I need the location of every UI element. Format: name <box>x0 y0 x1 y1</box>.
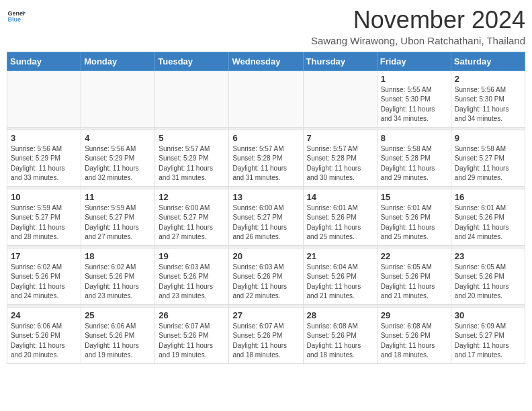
calendar-cell: 11Sunrise: 5:59 AM Sunset: 5:27 PM Dayli… <box>81 189 155 245</box>
day-info: Sunrise: 5:57 AM Sunset: 5:29 PM Dayligh… <box>159 144 225 183</box>
day-number: 19 <box>159 251 225 261</box>
week-row-1: 1Sunrise: 5:55 AM Sunset: 5:30 PM Daylig… <box>7 71 525 127</box>
day-number: 21 <box>307 251 373 261</box>
calendar-cell: 30Sunrise: 6:09 AM Sunset: 5:27 PM Dayli… <box>451 307 525 363</box>
day-number: 27 <box>232 310 299 320</box>
day-number: 6 <box>232 133 299 143</box>
day-info: Sunrise: 6:08 AM Sunset: 5:26 PM Dayligh… <box>381 322 447 361</box>
day-info: Sunrise: 6:07 AM Sunset: 5:26 PM Dayligh… <box>159 322 225 361</box>
title-block: November 2024 Sawang Wirawong, Ubon Ratc… <box>311 7 525 46</box>
week-row-3: 10Sunrise: 5:59 AM Sunset: 5:27 PM Dayli… <box>7 189 525 245</box>
calendar-cell <box>155 71 229 127</box>
calendar-table: SundayMondayTuesdayWednesdayThursdayFrid… <box>7 52 525 364</box>
calendar-cell: 8Sunrise: 5:58 AM Sunset: 5:28 PM Daylig… <box>377 130 451 186</box>
calendar-cell: 14Sunrise: 6:01 AM Sunset: 5:26 PM Dayli… <box>303 189 377 245</box>
day-info: Sunrise: 6:00 AM Sunset: 5:27 PM Dayligh… <box>232 203 299 242</box>
day-number: 11 <box>85 192 151 202</box>
day-info: Sunrise: 6:03 AM Sunset: 5:26 PM Dayligh… <box>159 263 225 302</box>
weekday-header-wednesday: Wednesday <box>229 52 303 71</box>
day-info: Sunrise: 5:57 AM Sunset: 5:28 PM Dayligh… <box>307 144 373 183</box>
day-info: Sunrise: 5:56 AM Sunset: 5:29 PM Dayligh… <box>85 144 151 183</box>
week-row-5: 24Sunrise: 6:06 AM Sunset: 5:26 PM Dayli… <box>7 307 525 363</box>
calendar-cell: 15Sunrise: 6:01 AM Sunset: 5:26 PM Dayli… <box>377 189 451 245</box>
calendar-cell: 18Sunrise: 6:02 AM Sunset: 5:26 PM Dayli… <box>81 248 155 304</box>
week-row-2: 3Sunrise: 5:56 AM Sunset: 5:29 PM Daylig… <box>7 130 525 186</box>
calendar-cell: 9Sunrise: 5:58 AM Sunset: 5:27 PM Daylig… <box>451 130 525 186</box>
day-number: 15 <box>381 192 447 202</box>
day-info: Sunrise: 6:07 AM Sunset: 5:26 PM Dayligh… <box>232 322 299 361</box>
day-number: 22 <box>381 251 447 261</box>
calendar-cell: 13Sunrise: 6:00 AM Sunset: 5:27 PM Dayli… <box>229 189 303 245</box>
calendar-cell: 23Sunrise: 6:05 AM Sunset: 5:26 PM Dayli… <box>451 248 525 304</box>
calendar-cell: 1Sunrise: 5:55 AM Sunset: 5:30 PM Daylig… <box>377 71 451 127</box>
day-info: Sunrise: 5:57 AM Sunset: 5:28 PM Dayligh… <box>232 144 299 183</box>
logo: General Blue <box>7 7 26 26</box>
calendar-cell: 25Sunrise: 6:06 AM Sunset: 5:26 PM Dayli… <box>81 307 155 363</box>
day-number: 2 <box>455 74 521 84</box>
calendar-cell <box>229 71 303 127</box>
day-number: 30 <box>455 310 521 320</box>
day-number: 4 <box>85 133 151 143</box>
calendar-cell: 4Sunrise: 5:56 AM Sunset: 5:29 PM Daylig… <box>81 130 155 186</box>
calendar-cell <box>303 71 377 127</box>
day-number: 13 <box>232 192 299 202</box>
day-info: Sunrise: 5:58 AM Sunset: 5:27 PM Dayligh… <box>455 144 521 183</box>
location-subtitle: Sawang Wirawong, Ubon Ratchathani, Thail… <box>311 35 525 46</box>
month-title: November 2024 <box>311 7 525 34</box>
day-info: Sunrise: 5:59 AM Sunset: 5:27 PM Dayligh… <box>11 203 77 242</box>
calendar-cell: 6Sunrise: 5:57 AM Sunset: 5:28 PM Daylig… <box>229 130 303 186</box>
calendar-cell: 20Sunrise: 6:03 AM Sunset: 5:26 PM Dayli… <box>229 248 303 304</box>
calendar-cell: 12Sunrise: 6:00 AM Sunset: 5:27 PM Dayli… <box>155 189 229 245</box>
weekday-header-tuesday: Tuesday <box>155 52 229 71</box>
calendar-cell: 2Sunrise: 5:56 AM Sunset: 5:30 PM Daylig… <box>451 71 525 127</box>
day-number: 23 <box>455 251 521 261</box>
day-number: 5 <box>159 133 225 143</box>
day-number: 7 <box>307 133 373 143</box>
calendar-cell: 10Sunrise: 5:59 AM Sunset: 5:27 PM Dayli… <box>7 189 81 245</box>
calendar-cell: 19Sunrise: 6:03 AM Sunset: 5:26 PM Dayli… <box>155 248 229 304</box>
day-info: Sunrise: 6:01 AM Sunset: 5:26 PM Dayligh… <box>381 203 447 242</box>
day-info: Sunrise: 6:06 AM Sunset: 5:26 PM Dayligh… <box>85 322 151 361</box>
day-number: 12 <box>159 192 225 202</box>
day-number: 10 <box>11 192 77 202</box>
day-number: 29 <box>381 310 447 320</box>
calendar-cell: 24Sunrise: 6:06 AM Sunset: 5:26 PM Dayli… <box>7 307 81 363</box>
weekday-header-thursday: Thursday <box>303 52 377 71</box>
svg-text:Blue: Blue <box>7 16 21 23</box>
page-header: General Blue November 2024 Sawang Wirawo… <box>7 7 525 46</box>
calendar-cell <box>81 71 155 127</box>
calendar-cell: 29Sunrise: 6:08 AM Sunset: 5:26 PM Dayli… <box>377 307 451 363</box>
day-info: Sunrise: 6:06 AM Sunset: 5:26 PM Dayligh… <box>11 322 77 361</box>
day-info: Sunrise: 5:59 AM Sunset: 5:27 PM Dayligh… <box>85 203 151 242</box>
day-number: 17 <box>11 251 77 261</box>
day-number: 18 <box>85 251 151 261</box>
calendar-cell: 17Sunrise: 6:02 AM Sunset: 5:26 PM Dayli… <box>7 248 81 304</box>
day-info: Sunrise: 5:58 AM Sunset: 5:28 PM Dayligh… <box>381 144 447 183</box>
week-row-4: 17Sunrise: 6:02 AM Sunset: 5:26 PM Dayli… <box>7 248 525 304</box>
weekday-header-monday: Monday <box>81 52 155 71</box>
day-info: Sunrise: 6:08 AM Sunset: 5:26 PM Dayligh… <box>307 322 373 361</box>
day-number: 8 <box>381 133 447 143</box>
day-number: 26 <box>159 310 225 320</box>
day-number: 16 <box>455 192 521 202</box>
calendar-cell: 22Sunrise: 6:05 AM Sunset: 5:26 PM Dayli… <box>377 248 451 304</box>
day-number: 28 <box>307 310 373 320</box>
calendar-cell: 16Sunrise: 6:01 AM Sunset: 5:26 PM Dayli… <box>451 189 525 245</box>
calendar-cell <box>7 71 81 127</box>
calendar-cell: 28Sunrise: 6:08 AM Sunset: 5:26 PM Dayli… <box>303 307 377 363</box>
day-info: Sunrise: 5:56 AM Sunset: 5:30 PM Dayligh… <box>455 85 521 124</box>
day-info: Sunrise: 6:03 AM Sunset: 5:26 PM Dayligh… <box>232 263 299 302</box>
weekday-header-friday: Friday <box>377 52 451 71</box>
calendar-cell: 7Sunrise: 5:57 AM Sunset: 5:28 PM Daylig… <box>303 130 377 186</box>
calendar-cell: 27Sunrise: 6:07 AM Sunset: 5:26 PM Dayli… <box>229 307 303 363</box>
calendar-cell: 5Sunrise: 5:57 AM Sunset: 5:29 PM Daylig… <box>155 130 229 186</box>
weekday-header-sunday: Sunday <box>7 52 81 71</box>
calendar-cell: 21Sunrise: 6:04 AM Sunset: 5:26 PM Dayli… <box>303 248 377 304</box>
day-number: 14 <box>307 192 373 202</box>
day-info: Sunrise: 6:02 AM Sunset: 5:26 PM Dayligh… <box>85 263 151 302</box>
weekday-header-row: SundayMondayTuesdayWednesdayThursdayFrid… <box>7 52 525 71</box>
day-info: Sunrise: 6:04 AM Sunset: 5:26 PM Dayligh… <box>307 263 373 302</box>
day-number: 3 <box>11 133 77 143</box>
day-number: 25 <box>85 310 151 320</box>
day-info: Sunrise: 5:56 AM Sunset: 5:29 PM Dayligh… <box>11 144 77 183</box>
